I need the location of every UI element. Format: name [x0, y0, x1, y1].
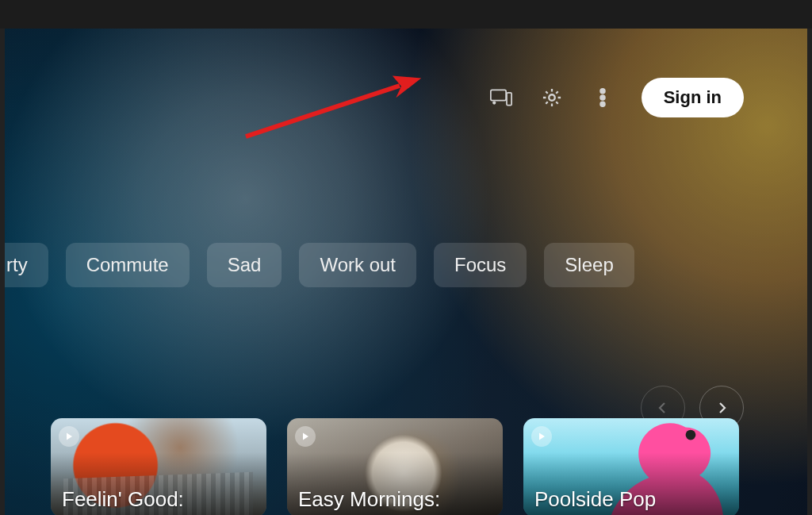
card-title: Feelin' Good: [62, 488, 184, 512]
svg-point-4 [600, 89, 604, 93]
more-options-icon[interactable] [591, 86, 615, 110]
annotation-arrow [241, 67, 427, 146]
mood-chip-sleep[interactable]: Sleep [544, 243, 634, 287]
mood-chip-focus[interactable]: Focus [434, 243, 527, 287]
play-icon [59, 426, 79, 447]
svg-point-2 [492, 101, 496, 104]
window-titlebar [0, 0, 812, 29]
svg-rect-0 [491, 90, 506, 100]
mood-chip-sad[interactable]: Sad [207, 243, 282, 287]
sign-in-button[interactable]: Sign in [642, 78, 744, 117]
playlist-card-pool[interactable]: Poolside Pop [523, 418, 739, 515]
app-surface: Sign in rtyCommuteSadWork outFocusSleep … [5, 29, 807, 515]
mood-chip-party[interactable]: rty [5, 243, 48, 287]
card-title: Easy Mornings: [298, 488, 440, 512]
svg-rect-1 [507, 93, 511, 106]
mood-chip-row: rtyCommuteSadWork outFocusSleep [5, 243, 634, 287]
playlist-card-morn[interactable]: Easy Mornings: [287, 418, 503, 515]
sign-in-label: Sign in [664, 87, 722, 107]
svg-point-5 [600, 95, 604, 99]
mood-chip-commute[interactable]: Commute [66, 243, 190, 287]
mood-chip-workout[interactable]: Work out [299, 243, 416, 287]
cast-devices-icon[interactable] [489, 86, 513, 110]
playlist-card-good[interactable]: Feelin' Good: [51, 418, 266, 515]
svg-point-3 [549, 94, 554, 100]
svg-line-7 [246, 86, 400, 136]
play-icon [295, 426, 316, 447]
play-icon [531, 426, 552, 447]
svg-point-6 [600, 102, 604, 106]
card-title: Poolside Pop [534, 488, 656, 512]
playlist-card-row: Feelin' Good:Easy Mornings:Poolside Pop [51, 418, 807, 515]
settings-icon[interactable] [540, 86, 564, 110]
header-actions: Sign in [489, 78, 744, 117]
